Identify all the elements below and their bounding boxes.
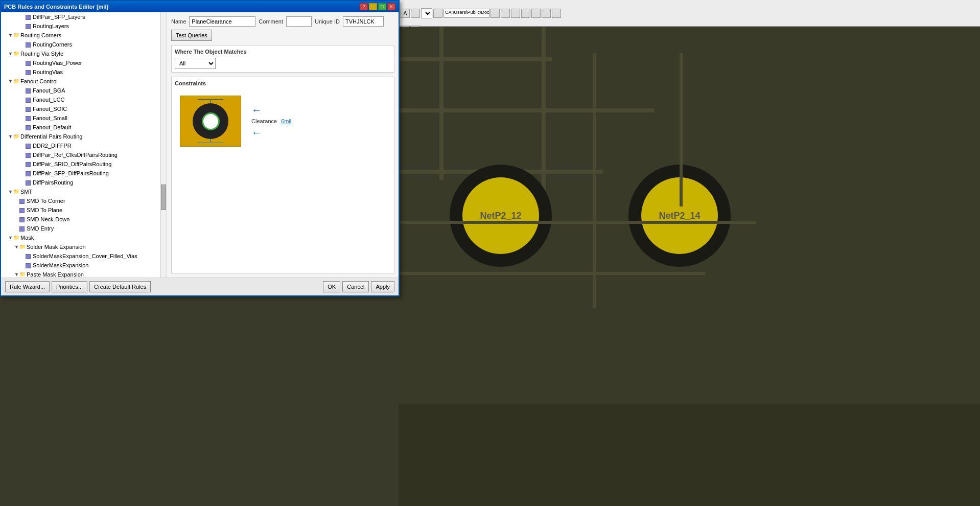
toolbar-icon-6[interactable] — [511, 9, 520, 18]
pad-visual — [180, 96, 241, 147]
tree-item-diffpair_sfp_routing[interactable]: DiffPair_SFP_DiffPairsRouting — [1, 169, 167, 178]
tree-item-routing_vias[interactable]: RoutingVias — [1, 67, 167, 77]
tree-rule-icon-smd_neck_down — [19, 215, 26, 223]
tree-item-routing_layers[interactable]: RoutingLayers — [1, 21, 167, 31]
tree-expand-diff_pairs_routing[interactable]: ▼ — [8, 132, 12, 141]
rule-wizard-button[interactable]: Rule Wizard... — [5, 281, 50, 292]
footer-right-buttons: OK Cancel Apply — [323, 281, 394, 292]
tree-expand-routing_via_style[interactable]: ▼ — [8, 50, 12, 58]
tree-item-solder_mask_exp[interactable]: SolderMaskExpansion — [1, 261, 167, 270]
tree-rule-icon-ddr2_diffpr — [26, 142, 32, 150]
unique-id-input[interactable] — [343, 16, 384, 27]
tree-rule-icon-smd_to_corner — [19, 197, 26, 205]
tree-rule-icon-solder_mask_expansion: 📁 — [19, 243, 26, 251]
tree-item-diffpair_sfp_layers[interactable]: DiffPair_SFP_Layers — [1, 12, 167, 21]
tree-item-routing_corners_rule[interactable]: RoutingCorners — [1, 40, 167, 49]
tree-item-smd_entry[interactable]: SMD Entry — [1, 224, 167, 233]
tree-item-routing_corners[interactable]: ▼📁Routing Corners — [1, 31, 167, 40]
tree-rule-icon-diffpairs_routing — [26, 178, 32, 187]
pcb-view: NetP2_12 NetP2_14 — [399, 27, 980, 506]
tree-item-fanout_control[interactable]: ▼📁Fanout Control — [1, 77, 167, 86]
tree-label-smt: SMT — [20, 188, 32, 196]
tree-item-diff_pairs_routing[interactable]: ▼📁Differential Pairs Routing — [1, 132, 167, 141]
tree-label-smd_to_corner: SMD To Corner — [27, 197, 65, 205]
tree-expand-solder_mask_expansion[interactable]: ▼ — [14, 243, 18, 251]
tree-expand-fanout_control[interactable]: ▼ — [8, 77, 12, 85]
tree-rule-icon-smt: 📁 — [13, 188, 19, 196]
tree-item-paste_mask_expansion[interactable]: ▼📁Paste Mask Expansion — [1, 270, 167, 278]
tree-expand-paste_mask_expansion[interactable]: ▼ — [14, 270, 18, 278]
tree-item-solder_mask_expansion[interactable]: ▼📁Solder Mask Expansion — [1, 242, 167, 251]
tree-item-smd_to_plane[interactable]: SMD To Plane — [1, 205, 167, 215]
tree-expand-smt[interactable]: ▼ — [8, 188, 12, 196]
tree-rule-icon-diffpair_srio — [26, 160, 32, 168]
apply-button[interactable]: Apply — [371, 281, 394, 292]
tree-item-fanout_lcc[interactable]: Fanout_LCC — [1, 95, 167, 104]
tree-rule-icon-fanout_small — [26, 114, 32, 122]
test-queries-button[interactable]: Test Queries — [171, 30, 212, 41]
close-button[interactable]: ✕ — [387, 3, 395, 10]
tree-label-routing_via_style: Routing Via Style — [20, 50, 63, 58]
pad-hole — [202, 112, 220, 130]
tree-item-mask[interactable]: ▼📁Mask — [1, 233, 167, 242]
tree-rule-icon-diffpair_sfp_routing — [26, 169, 32, 177]
tree-rule-icon-diffpair_sfp_layers — [26, 13, 32, 21]
tree-expand-routing_corners[interactable]: ▼ — [8, 31, 12, 39]
tree-item-smd_neck_down[interactable]: SMD Neck-Down — [1, 215, 167, 224]
minimize-button[interactable]: ─ — [369, 3, 377, 10]
pcb-toolbar: A [No Variations] CA:\Users\Public\Docum… — [399, 0, 980, 27]
tree-label-diffpair_sfp_routing: DiffPair_SFP_DiffPairsRouting — [33, 169, 109, 177]
variation-dropdown[interactable]: [No Variations] — [421, 8, 432, 18]
clearance-value[interactable]: 6mil — [281, 118, 291, 124]
tree-item-diffpair_srio[interactable]: DiffPair_SRIO_DiffPairsRouting — [1, 159, 167, 169]
tree-rule-icon-fanout_bga — [26, 86, 32, 95]
dialog-titlebar: PCB Rules and Constraints Editor [mil] ?… — [1, 1, 399, 12]
tree-label-smd_entry: SMD Entry — [27, 224, 54, 233]
toolbar-icon-4[interactable] — [491, 9, 500, 18]
toolbar-icon-10[interactable] — [552, 9, 561, 18]
toolbar-icon-3[interactable] — [433, 9, 442, 18]
tree-label-paste_mask_expansion: Paste Mask Expansion — [27, 270, 84, 278]
where-dropdown[interactable]: All — [175, 58, 216, 69]
priorities-button[interactable]: Priorities... — [52, 281, 87, 292]
scrollbar-track — [160, 12, 167, 278]
rule-tree-panel[interactable]: DiffPair_SFP_LayersRoutingLayers▼📁Routin… — [1, 12, 167, 278]
tree-item-smd_to_corner[interactable]: SMD To Corner — [1, 196, 167, 205]
tree-rule-icon-fanout_default — [26, 123, 32, 131]
toolbar-icon-7[interactable] — [521, 9, 530, 18]
tree-item-diffpairs_routing[interactable]: DiffPairsRouting — [1, 178, 167, 187]
help-button[interactable]: ? — [360, 3, 368, 10]
tree-rule-icon-paste_mask_expansion: 📁 — [19, 270, 26, 278]
tree-item-fanout_bga[interactable]: Fanout_BGA — [1, 86, 167, 95]
toolbar-icon-9[interactable] — [542, 9, 551, 18]
maximize-button[interactable]: □ — [378, 3, 386, 10]
toolbar-icon-8[interactable] — [531, 9, 541, 18]
name-input[interactable] — [189, 16, 255, 27]
clearance-label: Clearance — [251, 118, 277, 124]
comment-input[interactable] — [286, 16, 312, 27]
toolbar-icon-5[interactable] — [501, 9, 510, 18]
tree-item-diffpair_ref_clks[interactable]: DiffPair_Ref_ClksDiffPairsRouting — [1, 150, 167, 159]
tree-item-fanout_small[interactable]: Fanout_Small — [1, 113, 167, 123]
scrollbar-thumb[interactable] — [161, 185, 166, 210]
create-default-rules-button[interactable]: Create Default Rules — [89, 281, 151, 292]
cancel-button[interactable]: Cancel — [342, 281, 369, 292]
ok-button[interactable]: OK — [323, 281, 340, 292]
tree-item-ddr2_diffpr[interactable]: DDR2_DIFFPR — [1, 141, 167, 150]
toolbar-icon-2[interactable] — [411, 9, 420, 18]
tree-rule-icon-routing_via_style: 📁 — [13, 50, 19, 58]
constraints-title: Constraints — [175, 80, 391, 86]
toolbar-icon-1[interactable]: A — [401, 9, 410, 18]
tree-item-fanout_soic[interactable]: Fanout_SOIC — [1, 104, 167, 113]
tree-rule-icon-routing_corners: 📁 — [13, 31, 19, 39]
tree-label-ddr2_diffpr: DDR2_DIFFPR — [33, 142, 72, 150]
arrow-bottom — [211, 138, 211, 142]
tree-item-routing_vias_power[interactable]: RoutingVias_Power — [1, 58, 167, 67]
tree-expand-mask[interactable]: ▼ — [8, 234, 12, 242]
tree-item-routing_via_style[interactable]: ▼📁Routing Via Style — [1, 49, 167, 58]
tree-item-solder_mask_cover_filled[interactable]: SolderMaskExpansion_Cover_Filled_Vias — [1, 251, 167, 261]
tree-label-smd_to_plane: SMD To Plane — [27, 206, 62, 214]
tree-rule-icon-routing_vias — [26, 68, 32, 76]
tree-item-smt[interactable]: ▼📁SMT — [1, 187, 167, 196]
tree-item-fanout_default[interactable]: Fanout_Default — [1, 123, 167, 132]
